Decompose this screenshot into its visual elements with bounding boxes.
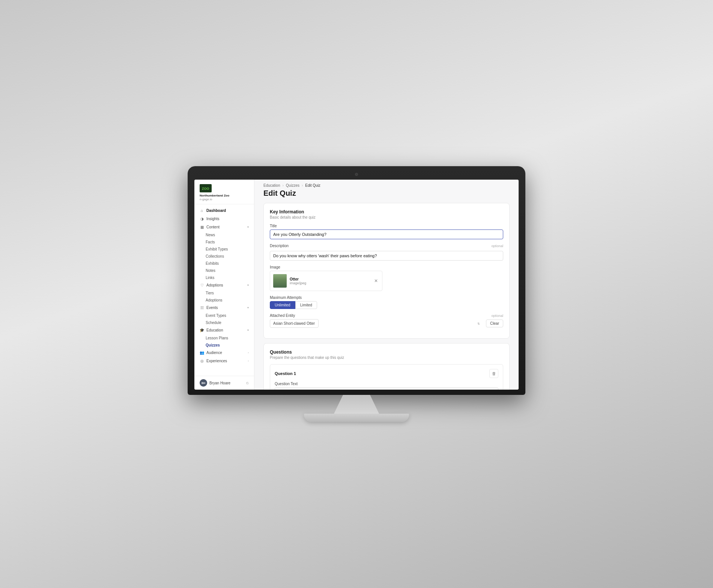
sidebar-item-experiences[interactable]: ◎ Experiences › bbox=[194, 357, 254, 365]
sidebar-item-exhibit-types[interactable]: Exhibit Types bbox=[194, 246, 254, 253]
sidebar-item-event-types[interactable]: Event Types bbox=[194, 312, 254, 319]
sidebar-item-adoptions-sub[interactable]: Adoptions bbox=[194, 297, 254, 304]
max-attempts-group: Maximum Attempts Unlimited Limited bbox=[270, 296, 503, 309]
home-icon: ⌂ bbox=[200, 208, 204, 213]
sidebar-item-notes[interactable]: Notes bbox=[194, 267, 254, 274]
sidebar-item-content[interactable]: ▦ Content ▾ bbox=[194, 223, 254, 231]
sidebar-nav: ⌂ Dashboard ◑ Insights ▦ Content ▾ News bbox=[194, 204, 254, 368]
image-thumbnail bbox=[273, 274, 287, 288]
description-label: Description bbox=[270, 244, 289, 248]
monitor-stand-base bbox=[304, 414, 409, 422]
breadcrumb: Education › Quizzes › Edit Quiz bbox=[254, 180, 519, 188]
question-1-title: Question 1 bbox=[275, 371, 296, 376]
sidebar-item-quizzes[interactable]: Quizzes bbox=[194, 342, 254, 349]
insights-icon: ◑ bbox=[200, 217, 204, 221]
logo-area: ZOO Northumberland Zoo n-gage.io bbox=[194, 180, 254, 204]
sidebar-item-education[interactable]: 🎓 Education ▾ bbox=[194, 326, 254, 334]
org-subdomain: n-gage.io bbox=[200, 198, 249, 201]
attached-optional: optional bbox=[491, 314, 503, 318]
sidebar-item-dashboard[interactable]: ⌂ Dashboard bbox=[194, 207, 254, 215]
question-text-group: Question Text bbox=[275, 382, 498, 390]
content-chevron-icon: ▾ bbox=[247, 225, 249, 229]
education-chevron-icon: ▾ bbox=[247, 328, 249, 332]
key-info-title: Key Information bbox=[270, 209, 503, 214]
title-field-group: Title bbox=[270, 224, 503, 239]
events-icon: ☷ bbox=[200, 306, 204, 310]
svg-text:ZOO: ZOO bbox=[202, 187, 209, 190]
entity-select[interactable]: Asian Short-clawed Otter bbox=[270, 319, 319, 328]
sidebar: ZOO Northumberland Zoo n-gage.io ⌂ Dashb… bbox=[194, 180, 254, 390]
question-1-card: Question 1 🗑 Question Text bbox=[270, 364, 503, 390]
org-name: Northumberland Zoo bbox=[200, 194, 249, 198]
education-icon: 🎓 bbox=[200, 328, 204, 333]
sidebar-item-audience[interactable]: 👥 Audience › bbox=[194, 349, 254, 357]
adoptions-chevron-icon: ▾ bbox=[247, 284, 249, 287]
sidebar-item-links[interactable]: Links bbox=[194, 274, 254, 281]
adoptions-icon: ♡ bbox=[200, 283, 204, 288]
description-optional: optional bbox=[491, 244, 503, 248]
sidebar-footer: BH Bryan Hoare ⎋ bbox=[194, 376, 254, 390]
clear-button[interactable]: Clear bbox=[486, 320, 503, 327]
user-name: Bryan Hoare bbox=[209, 381, 230, 385]
image-type: image/jpeg bbox=[290, 281, 370, 285]
sidebar-item-exhibits[interactable]: Exhibits bbox=[194, 260, 254, 267]
breadcrumb-education[interactable]: Education bbox=[263, 183, 280, 188]
user-avatar: BH bbox=[200, 379, 207, 387]
unlimited-button[interactable]: Unlimited bbox=[270, 301, 295, 309]
questions-title: Questions bbox=[270, 350, 503, 355]
main-content: Education › Quizzes › Edit Quiz Edit Qui… bbox=[254, 180, 519, 390]
logout-icon[interactable]: ⎋ bbox=[246, 381, 249, 385]
image-name: Otter bbox=[290, 277, 370, 281]
content-icon: ▦ bbox=[200, 225, 204, 230]
questions-card: Questions Prepare the questions that mak… bbox=[263, 343, 510, 390]
attached-entity-group: Attached Entity optional Asian Short-cla… bbox=[270, 314, 503, 328]
question-1-header: Question 1 🗑 bbox=[275, 369, 498, 378]
sidebar-item-facts[interactable]: Facts bbox=[194, 238, 254, 246]
title-label: Title bbox=[270, 224, 503, 228]
select-arrows-icon: ⇅ bbox=[477, 322, 480, 325]
sidebar-item-tiers[interactable]: Tiers bbox=[194, 290, 254, 297]
experiences-icon: ◎ bbox=[200, 359, 204, 363]
image-info: Otter image/jpeg bbox=[290, 277, 370, 285]
image-label: Image bbox=[270, 265, 503, 269]
audience-icon: 👥 bbox=[200, 351, 204, 355]
monitor-stand-neck bbox=[334, 395, 379, 414]
monitor-camera bbox=[355, 173, 358, 176]
breadcrumb-quizzes[interactable]: Quizzes bbox=[286, 183, 299, 188]
key-information-card: Key Information Basic details about the … bbox=[263, 203, 510, 339]
events-chevron-icon: ▾ bbox=[247, 306, 249, 309]
key-info-subtitle: Basic details about the quiz bbox=[270, 215, 503, 219]
description-input[interactable] bbox=[270, 251, 503, 261]
image-field-group: Image Otter image/jpeg ✕ bbox=[270, 265, 503, 291]
breadcrumb-sep-1: › bbox=[282, 183, 283, 188]
zoo-logo-mark: ZOO bbox=[200, 184, 212, 192]
attached-entity-label: Attached Entity bbox=[270, 314, 295, 318]
sidebar-item-events[interactable]: ☷ Events ▾ bbox=[194, 304, 254, 312]
sidebar-item-schedule[interactable]: Schedule bbox=[194, 319, 254, 326]
breadcrumb-sep-2: › bbox=[302, 183, 303, 188]
max-attempts-toggle: Unlimited Limited bbox=[270, 301, 503, 309]
content-area: Key Information Basic details about the … bbox=[254, 203, 519, 390]
sidebar-item-adoptions[interactable]: ♡ Adoptions ▾ bbox=[194, 281, 254, 290]
sidebar-item-insights[interactable]: ◑ Insights bbox=[194, 215, 254, 223]
question-text-label: Question Text bbox=[275, 382, 498, 386]
image-preview: Otter image/jpeg ✕ bbox=[270, 271, 382, 291]
questions-subtitle: Prepare the questions that make up this … bbox=[270, 356, 503, 360]
entity-select-wrapper: Asian Short-clawed Otter ⇅ bbox=[270, 319, 483, 328]
experiences-chevron-icon: › bbox=[248, 359, 249, 363]
max-attempts-label: Maximum Attempts bbox=[270, 296, 503, 300]
breadcrumb-current: Edit Quiz bbox=[305, 183, 320, 188]
question-text-input[interactable] bbox=[275, 387, 498, 390]
sidebar-item-collections[interactable]: Collections bbox=[194, 253, 254, 260]
delete-question-1-button[interactable]: 🗑 bbox=[489, 369, 498, 378]
sidebar-item-lesson-plans[interactable]: Lesson Plans bbox=[194, 334, 254, 342]
audience-chevron-icon: › bbox=[248, 351, 249, 354]
description-field-group: Description optional bbox=[270, 244, 503, 261]
remove-image-button[interactable]: ✕ bbox=[373, 278, 379, 284]
title-input[interactable] bbox=[270, 230, 503, 239]
sidebar-item-news[interactable]: News bbox=[194, 231, 254, 238]
page-title: Edit Quiz bbox=[254, 188, 519, 203]
limited-button[interactable]: Limited bbox=[295, 301, 317, 309]
